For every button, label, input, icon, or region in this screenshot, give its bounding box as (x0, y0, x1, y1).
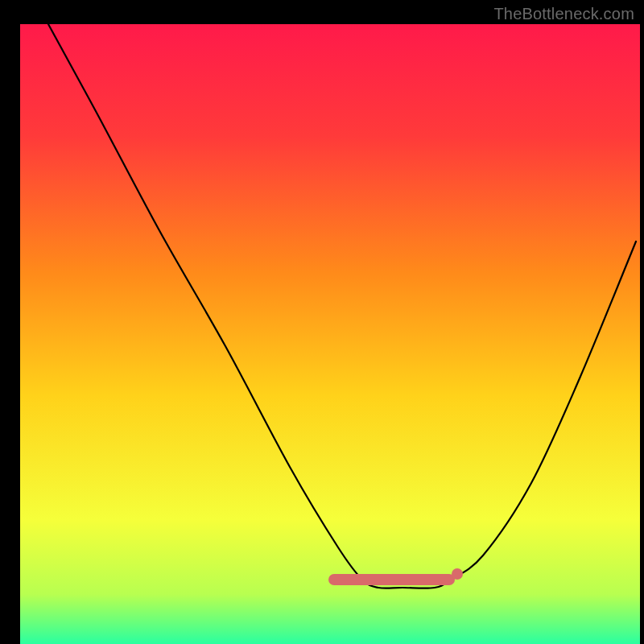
plateau-end-dot (452, 568, 463, 580)
watermark-text: TheBottleneck.com (493, 5, 634, 23)
chart-stage: TheBottleneck.com (0, 0, 644, 644)
gradient-background (20, 24, 640, 644)
chart-svg (0, 0, 644, 644)
